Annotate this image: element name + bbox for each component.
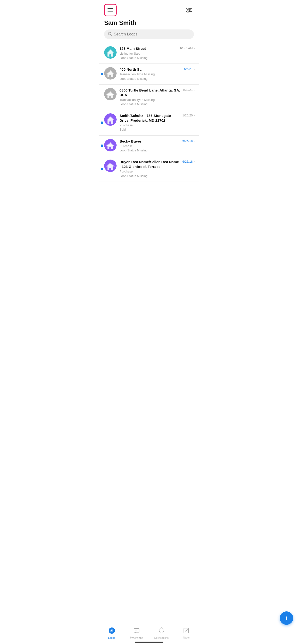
loop-avatar [104, 67, 117, 80]
loop-subtitle1: Transaction Type Missing [119, 72, 182, 76]
filter-button[interactable] [184, 5, 194, 15]
nav-notifications[interactable]: Notifications [149, 627, 174, 639]
svg-line-7 [111, 34, 112, 36]
messenger-icon [133, 628, 140, 635]
loop-time: 4/30/21 [182, 88, 193, 92]
svg-point-5 [187, 11, 189, 12]
svg-point-3 [187, 8, 189, 10]
loop-avatar [104, 88, 117, 100]
unread-dot [101, 144, 103, 147]
svg-rect-21 [109, 96, 111, 98]
list-item[interactable]: Becky Buyer Purchase Loop Status Missing… [99, 136, 199, 156]
nav-tasks[interactable]: Tasks [174, 628, 199, 639]
loop-content: 6800 Turtle Bend Lane, Atlanta, GA, USA … [119, 88, 181, 106]
loop-avatar [104, 113, 117, 126]
loop-title: Buyer Last Name/Seller Last Name - 123 G… [119, 160, 181, 169]
loop-subtitle2: Loop Status Missing [119, 77, 182, 81]
loop-title: Becky Buyer [119, 139, 181, 144]
loop-time: 6/25/18 [182, 139, 193, 142]
loop-subtitle2: Loop Status Missing [119, 148, 181, 152]
user-name: Sam Smith [99, 18, 199, 30]
nav-messenger-label: Messenger [130, 636, 143, 639]
svg-point-4 [190, 9, 191, 11]
loop-avatar [104, 46, 117, 59]
loop-time-area: 5/6/21 › [184, 67, 195, 71]
loop-avatar [104, 160, 117, 172]
unread-dot [101, 168, 103, 170]
loop-content: 400 North St. Transaction Type Missing L… [119, 67, 182, 81]
search-icon [108, 32, 112, 37]
loop-time: 5/6/21 [184, 67, 193, 71]
list-item[interactable]: 400 North St. Transaction Type Missing L… [99, 64, 199, 84]
chevron-right-icon: › [194, 139, 195, 143]
loop-title: 400 North St. [119, 67, 182, 72]
list-item[interactable]: 123 Main Street Listing for Sale Loop St… [99, 43, 199, 64]
loop-time-area: 1/20/20 › [182, 113, 195, 117]
nav-messenger[interactable]: Messenger [124, 628, 149, 639]
loop-subtitle1: Transaction Type Missing [119, 98, 181, 102]
loop-time: 1/20/20 [182, 114, 193, 117]
bottom-nav: Loops Messenger Notifications [99, 625, 199, 644]
loop-content: Buyer Last Name/Seller Last Name - 123 G… [119, 160, 181, 178]
loop-title: 123 Main Street [119, 46, 178, 51]
svg-rect-11 [109, 54, 111, 56]
search-input[interactable] [114, 32, 190, 36]
loop-title: Smith/Schultz - 786 Stonegate Drive, Fre… [119, 113, 181, 123]
nav-loops-label: Loops [108, 636, 115, 639]
loop-subtitle1: Purchase [119, 144, 181, 148]
loop-time-area: 6/25/18 › [182, 139, 195, 143]
loop-subtitle2: Loop Status Missing [119, 102, 181, 106]
home-indicator [135, 642, 163, 642]
nav-loops[interactable]: Loops [99, 627, 124, 639]
loop-time: 10:40 AM [180, 46, 193, 50]
loop-title: 6800 Turtle Bend Lane, Atlanta, GA, USA [119, 88, 181, 97]
chevron-right-icon: › [194, 46, 195, 50]
menu-button[interactable] [104, 4, 117, 16]
search-bar[interactable] [104, 30, 194, 39]
nav-tasks-label: Tasks [183, 636, 190, 639]
unread-dot [101, 73, 103, 75]
tasks-icon [183, 628, 189, 635]
chevron-right-icon: › [194, 113, 195, 117]
svg-rect-36 [109, 168, 111, 170]
loop-subtitle2: Loop Status Missing [119, 56, 178, 60]
loop-content: 123 Main Street Listing for Sale Loop St… [119, 46, 178, 60]
chevron-right-icon: › [194, 88, 195, 92]
unread-dot [101, 122, 103, 124]
loop-list: 123 Main Street Listing for Sale Loop St… [99, 43, 199, 182]
chevron-right-icon: › [194, 67, 195, 71]
search-container [99, 30, 199, 43]
loop-time-area: 4/30/21 › [182, 88, 195, 92]
loop-subtitle2: Sold [119, 128, 181, 132]
loop-subtitle2: Loop Status Missing [119, 174, 181, 178]
loop-avatar [104, 139, 117, 152]
nav-notifications-label: Notifications [154, 636, 169, 639]
loop-content: Smith/Schultz - 786 Stonegate Drive, Fre… [119, 113, 181, 132]
svg-point-39 [111, 632, 112, 632]
chevron-right-icon: › [194, 160, 195, 164]
list-item[interactable]: Smith/Schultz - 786 Stonegate Drive, Fre… [99, 110, 199, 135]
svg-rect-16 [109, 75, 111, 78]
header [99, 0, 199, 18]
list-item[interactable]: Buyer Last Name/Seller Last Name - 123 G… [99, 156, 199, 182]
loop-time-area: 10:40 AM › [180, 46, 195, 50]
svg-rect-31 [109, 147, 111, 149]
loop-time-area: 6/25/18 › [182, 160, 195, 164]
loop-subtitle1: Purchase [119, 123, 181, 128]
svg-rect-26 [109, 122, 111, 124]
loop-subtitle1: Purchase [119, 170, 181, 174]
loop-time: 6/25/18 [182, 160, 193, 164]
list-item[interactable]: 6800 Turtle Bend Lane, Atlanta, GA, USA … [99, 84, 199, 110]
svg-rect-40 [134, 628, 139, 632]
loops-icon [108, 627, 115, 636]
notifications-icon [158, 627, 165, 636]
loop-content: Becky Buyer Purchase Loop Status Missing [119, 139, 181, 153]
loop-subtitle1: Listing for Sale [119, 52, 178, 56]
